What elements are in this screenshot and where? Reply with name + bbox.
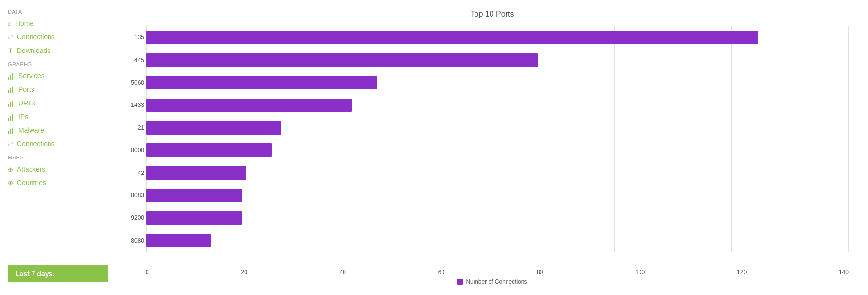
sidebar-item-services[interactable]: Services — [0, 69, 116, 83]
malware-icon — [8, 126, 15, 134]
chart-inner: 1354455060143321800042808392008080 02040… — [126, 26, 858, 285]
services-icon — [8, 72, 15, 80]
x-axis-label: 0 — [146, 269, 149, 276]
sidebar-item-label-countries: Countries — [17, 179, 46, 187]
bar-row: 21 — [146, 117, 849, 139]
sidebar-section-maps: MAPS — [0, 151, 116, 162]
attackers-icon: ⊕ — [8, 166, 13, 173]
svg-rect-4 — [10, 88, 11, 93]
connections-data-icon: ⇄ — [8, 34, 13, 41]
sidebar-item-label-urls: URLs — [18, 99, 35, 107]
chart-legend: Number of Connections — [126, 278, 858, 285]
bar-label: 5060 — [125, 79, 144, 86]
bar-row: 135 — [146, 26, 849, 49]
countries-icon: ⊕ — [8, 179, 13, 187]
sidebar-footer: Last 7 days. — [0, 257, 116, 290]
x-axis-label: 120 — [737, 269, 747, 276]
sidebar-item-downloads[interactable]: ↧Downloads — [0, 44, 116, 57]
bar-row: 8080 — [146, 229, 849, 252]
bar — [146, 76, 377, 89]
bar-label: 21 — [125, 124, 144, 131]
x-axis-label: 60 — [438, 269, 444, 276]
bar-label: 445 — [125, 57, 144, 64]
legend-label: Number of Connections — [466, 278, 527, 285]
x-axis-label: 100 — [635, 269, 645, 276]
bar — [146, 99, 352, 112]
svg-rect-0 — [8, 77, 9, 80]
sidebar-item-connections-graph[interactable]: ⇄Connections — [0, 137, 116, 151]
sidebar-item-malware[interactable]: Malware — [0, 123, 116, 137]
bar — [146, 53, 538, 67]
bar-row: 445 — [146, 49, 849, 71]
bar — [146, 189, 242, 202]
sidebar-item-connections-data[interactable]: ⇄Connections — [0, 30, 116, 44]
bars-container: 1354455060143321800042808392008080 — [146, 26, 849, 252]
sidebar-item-label-home: Home — [16, 19, 33, 27]
sidebar-item-label-ports: Ports — [18, 86, 34, 93]
sidebar-item-home[interactable]: ⌂Home — [0, 17, 116, 30]
x-axis-label: 40 — [340, 269, 346, 276]
bar-row: 8083 — [146, 184, 849, 207]
connections-graph-icon: ⇄ — [8, 140, 13, 148]
svg-rect-5 — [12, 87, 13, 93]
sidebar-item-urls[interactable]: URLs — [0, 96, 116, 110]
sidebar-item-label-connections-data: Connections — [17, 33, 55, 41]
svg-rect-12 — [8, 131, 9, 134]
sidebar-item-label-ips: IPs — [18, 113, 28, 121]
bar-label: 1433 — [125, 102, 144, 108]
bar — [146, 143, 272, 157]
svg-rect-6 — [8, 104, 9, 107]
svg-rect-1 — [10, 75, 11, 80]
bar-row: 1433 — [146, 94, 849, 116]
bar — [146, 31, 758, 44]
x-axis-label: 140 — [839, 269, 849, 276]
bar — [146, 166, 246, 180]
sidebar-item-attackers[interactable]: ⊕Attackers — [0, 162, 116, 176]
chart-title: Top 10 Ports — [126, 10, 858, 18]
date-range-button[interactable]: Last 7 days. — [8, 265, 108, 282]
sidebar-section-data: DATA — [0, 5, 116, 17]
svg-rect-3 — [8, 90, 9, 93]
home-icon: ⌂ — [8, 20, 12, 27]
sidebar-item-label-downloads: Downloads — [17, 47, 50, 54]
bar-label: 8000 — [125, 147, 144, 154]
x-axis: 020406080100120140 — [146, 267, 849, 276]
svg-rect-7 — [10, 102, 11, 107]
urls-icon — [8, 99, 15, 107]
bar-row: 8000 — [146, 139, 849, 161]
ports-icon — [8, 86, 15, 93]
bar-label: 8080 — [125, 237, 144, 244]
bar — [146, 211, 242, 225]
ips-icon — [8, 113, 15, 121]
bar — [146, 234, 211, 247]
chart-area: 1354455060143321800042808392008080 02040… — [126, 26, 858, 285]
svg-rect-10 — [10, 116, 11, 121]
bar-row: 9200 — [146, 207, 849, 229]
bar-label: 42 — [125, 170, 144, 176]
svg-rect-13 — [10, 129, 11, 134]
svg-rect-2 — [12, 73, 13, 80]
svg-rect-11 — [12, 114, 13, 121]
main-content: Top 10 Ports 135445506014332180004280839… — [116, 0, 868, 295]
sidebar: DATA⌂Home⇄Connections↧DownloadsGRAPHSSer… — [0, 0, 116, 295]
sidebar-item-label-services: Services — [18, 72, 45, 80]
sidebar-item-label-attackers: Attackers — [17, 165, 45, 173]
svg-rect-9 — [8, 118, 9, 121]
downloads-icon: ↧ — [8, 47, 13, 54]
svg-rect-14 — [12, 128, 13, 134]
legend-color-swatch — [457, 279, 463, 285]
sidebar-item-label-malware: Malware — [18, 126, 44, 134]
bar-label: 135 — [125, 34, 144, 41]
bar-label: 8083 — [125, 192, 144, 199]
bar-label: 9200 — [125, 214, 144, 221]
sidebar-item-ips[interactable]: IPs — [0, 110, 116, 123]
sidebar-section-graphs: GRAPHS — [0, 57, 116, 69]
bar-row: 42 — [146, 161, 849, 184]
x-axis-label: 20 — [241, 269, 247, 276]
bar-row: 5060 — [146, 71, 849, 94]
sidebar-item-ports[interactable]: Ports — [0, 83, 116, 96]
svg-rect-8 — [12, 101, 13, 107]
bar — [146, 121, 281, 135]
sidebar-item-label-connections-graph: Connections — [17, 140, 55, 148]
sidebar-item-countries[interactable]: ⊕Countries — [0, 176, 116, 190]
